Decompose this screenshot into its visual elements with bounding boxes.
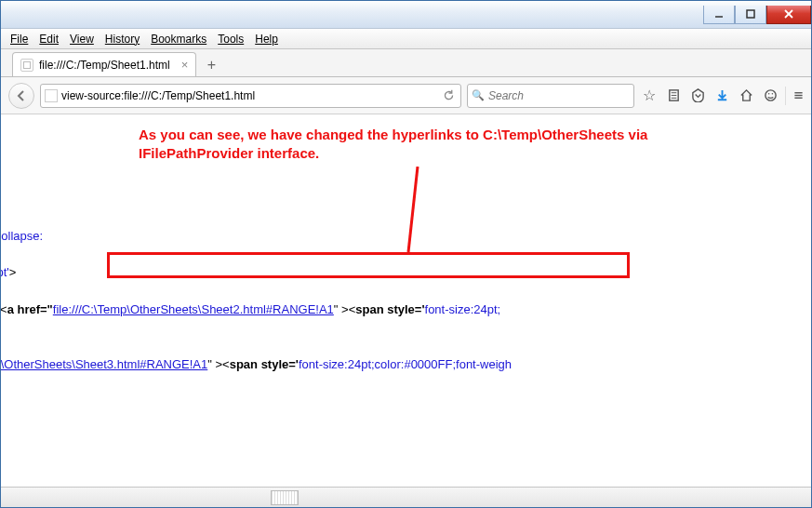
tabstrip: file:///C:/Temp/Sheet1.html × +: [1, 49, 811, 77]
close-button[interactable]: [766, 6, 811, 24]
pocket-icon[interactable]: [688, 87, 707, 105]
reload-icon[interactable]: [440, 87, 457, 104]
menu-file[interactable]: File: [5, 31, 33, 47]
searchbar[interactable]: 🔍: [467, 84, 634, 108]
menu-history[interactable]: History: [100, 31, 145, 47]
menu-help[interactable]: Help: [249, 31, 284, 47]
page-icon: [45, 89, 58, 102]
download-icon[interactable]: [712, 87, 731, 105]
menu-view[interactable]: View: [64, 31, 100, 47]
page-content: As you can see, we have changed the hype…: [1, 114, 811, 487]
statusbar: [1, 487, 811, 507]
menu-edit[interactable]: Edit: [33, 31, 64, 47]
search-input[interactable]: [488, 89, 630, 102]
page-favicon-icon: [20, 59, 33, 72]
minimize-button[interactable]: [703, 6, 735, 24]
svg-rect-1: [747, 10, 754, 18]
tab-title: file:///C:/Temp/Sheet1.html: [39, 59, 170, 72]
feedback-smile-icon[interactable]: [761, 87, 779, 105]
annotation-text: As you can see, we have changed the hype…: [139, 126, 647, 164]
menu-bookmarks[interactable]: Bookmarks: [145, 31, 212, 47]
hyperlink-sheet3[interactable]: file:///C:\Temp\OtherSheets\Sheet3.html#…: [1, 357, 207, 371]
hyperlink-sheet2[interactable]: file:///C:\Temp\OtherSheets\Sheet2.html#…: [53, 302, 334, 316]
hamburger-menu-icon[interactable]: [785, 87, 804, 105]
scrollbar-grip[interactable]: [271, 490, 299, 505]
back-button[interactable]: [8, 83, 34, 109]
new-tab-button[interactable]: +: [200, 54, 222, 76]
home-icon[interactable]: [737, 87, 755, 105]
menubar: File Edit View History Bookmarks Tools H…: [1, 29, 811, 49]
search-icon: 🔍: [472, 89, 485, 101]
tab-close-icon[interactable]: ×: [181, 58, 189, 72]
navigation-toolbar: 🔍 ☆: [1, 77, 811, 114]
source-code-view: style='border-collapse: set;width:77.25p…: [1, 209, 811, 392]
titlebar: [1, 1, 811, 29]
svg-point-9: [767, 93, 769, 95]
urlbar[interactable]: [40, 84, 461, 108]
menu-tools[interactable]: Tools: [212, 31, 249, 47]
bookmark-star-icon[interactable]: ☆: [640, 87, 659, 105]
svg-point-10: [771, 93, 773, 95]
maximize-button[interactable]: [735, 6, 766, 24]
tab-active[interactable]: file:///C:/Temp/Sheet1.html ×: [12, 52, 196, 76]
window-buttons: [703, 6, 811, 24]
url-input[interactable]: [61, 89, 436, 102]
reader-list-icon[interactable]: [664, 87, 683, 105]
svg-point-8: [765, 90, 775, 100]
